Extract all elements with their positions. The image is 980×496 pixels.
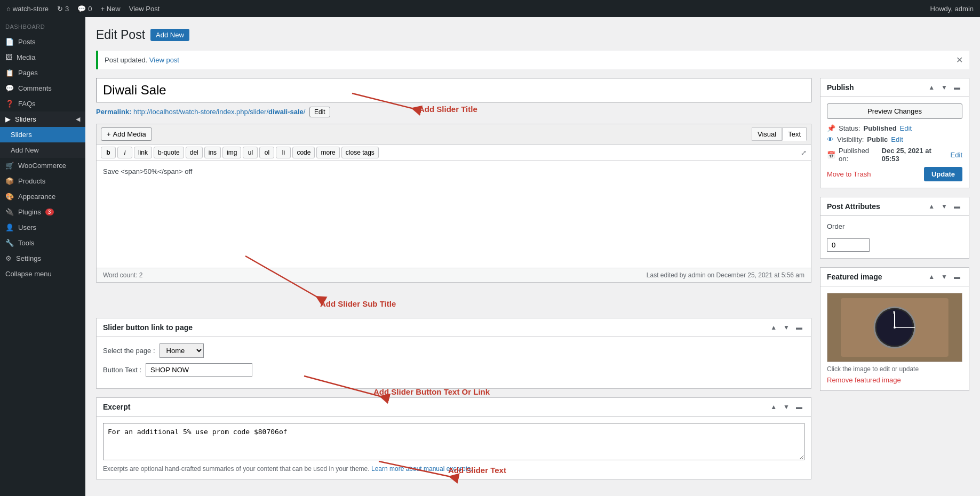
sidebar-item-posts[interactable]: 📄 Posts [0,34,85,50]
publish-collapse-close[interactable]: ▬ [952,83,962,92]
featured-image-down[interactable]: ▼ [939,272,950,282]
notice-close-button[interactable]: ✕ [956,55,963,65]
editor-footer: Word count: 2 Last edited by admin on De… [97,268,811,282]
svg-rect-15 [893,311,894,314]
button-text-input[interactable] [146,363,252,377]
main-content: Edit Post Add New Post updated. View pos… [85,17,980,496]
featured-image-title: Featured image [827,273,882,281]
preview-changes-button[interactable]: Preview Changes [827,103,962,119]
excerpt-collapse-up[interactable]: ▲ [768,402,779,412]
update-button[interactable]: Update [924,167,962,181]
visibility-row: 👁 Visibility: Public Edit [827,135,962,143]
post-attributes-header[interactable]: Post Attributes ▲ ▼ ▬ [820,197,969,216]
format-more-btn[interactable]: more [316,147,339,158]
svg-text:Add Slider Text: Add Slider Text [448,466,506,475]
sidebar-item-comments[interactable]: 💬 Comments [0,81,85,96]
sidebar-item-plugins[interactable]: 🔌 Plugins 3 [0,204,85,220]
updates-link[interactable]: ↻ 3 [57,5,69,13]
sidebar-item-pages[interactable]: 📋 Pages [0,65,85,81]
editor-area: + Add Media Visual Text b i [96,124,811,283]
format-link-btn[interactable]: link [134,147,152,158]
view-post-link[interactable]: View Post [129,5,160,13]
order-input[interactable] [827,238,870,252]
sidebar-sub-sliders-add[interactable]: Add New [0,142,85,158]
format-bquote-btn[interactable]: b-quote [154,147,184,158]
comments-link[interactable]: 💬 0 [77,5,92,13]
publish-box-header[interactable]: Publish ▲ ▼ ▬ [820,78,969,97]
svg-text:Add Slider Button Text Or Link: Add Slider Button Text Or Link [373,387,490,396]
sidebar-item-woocommerce[interactable]: 🛒 WooCommerce [0,158,85,173]
editor-content-area[interactable]: Save <span>50%</span> off [97,161,811,268]
last-edited-info: Last edited by admin on December 25, 202… [647,271,804,279]
sidebar-sub-sliders-all[interactable]: Sliders [0,127,85,142]
status-edit-link[interactable]: Edit [900,124,912,132]
order-label: Order [827,222,844,230]
publish-box-title: Publish [827,83,854,92]
format-ul-btn[interactable]: ul [243,147,258,158]
slider-button-collapse-down[interactable]: ▼ [781,323,792,332]
slider-button-collapse-up[interactable]: ▲ [768,323,779,332]
pages-icon: 📋 [5,69,14,77]
published-value: Dec 25, 2021 at 05:53 [882,147,947,163]
post-attributes-down[interactable]: ▼ [939,202,950,211]
format-closetags-btn[interactable]: close tags [341,147,379,158]
users-icon: 👤 [5,223,14,231]
permalink-link[interactable]: http://localhost/watch-store/index.php/s… [133,108,307,116]
post-attributes-title: Post Attributes [827,202,880,211]
post-attributes-close[interactable]: ▬ [952,202,962,211]
excerpt-collapse-down[interactable]: ▼ [781,402,792,412]
visibility-edit-link[interactable]: Edit [891,135,903,143]
sidebar-item-products[interactable]: 📦 Products [0,173,85,189]
sidebar-item-faqs[interactable]: ❓ FAQs [0,96,85,111]
text-tab[interactable]: Text [782,127,807,141]
post-attributes-controls: ▲ ▼ ▬ [926,202,962,211]
select-page-dropdown[interactable]: Home About Contact Shop [160,343,204,358]
format-ins-btn[interactable]: ins [204,147,221,158]
format-li-btn[interactable]: li [276,147,291,158]
featured-image-up[interactable]: ▲ [926,272,937,282]
woocommerce-icon: 🛒 [5,162,14,170]
publish-collapse-up[interactable]: ▲ [926,83,937,92]
publish-collapse-down[interactable]: ▼ [939,83,950,92]
add-new-button[interactable]: Add New [150,29,189,41]
editor-toolbar: + Add Media Visual Text [97,124,811,145]
collapse-menu-item[interactable]: Collapse menu [0,266,85,282]
format-b-btn[interactable]: b [101,147,116,158]
featured-image-header[interactable]: Featured image ▲ ▼ ▬ [820,268,969,286]
add-media-button[interactable]: + Add Media [101,127,152,141]
publish-actions: Move to Trash Update [827,167,962,181]
permalink-label: Permalink: [96,108,131,116]
sidebar-item-sliders[interactable]: ▶ Sliders ◀ [0,111,85,127]
move-to-trash-link[interactable]: Move to Trash [827,170,871,178]
edit-main: Add Slider Title Permalink: http://local… [96,78,811,488]
new-content-link[interactable]: + New [101,5,121,13]
site-name[interactable]: ⌂ watch-store [6,5,49,13]
slider-button-collapse-close[interactable]: ▬ [794,323,804,332]
view-post-notice-link[interactable]: View post [149,56,179,64]
update-notice: Post updated. View post ✕ [96,51,969,69]
sidebar-item-settings[interactable]: ⚙ Settings [0,251,85,266]
format-img-btn[interactable]: img [222,147,241,158]
format-ol-btn[interactable]: ol [259,147,274,158]
sidebar-item-appearance[interactable]: 🎨 Appearance [0,189,85,204]
featured-image-preview[interactable] [827,293,962,362]
featured-image-close[interactable]: ▬ [952,272,962,282]
sidebar-item-media[interactable]: 🖼 Media [0,50,85,65]
format-del-btn[interactable]: del [186,147,203,158]
sidebar-item-users[interactable]: 👤 Users [0,220,85,235]
post-attributes-box: Post Attributes ▲ ▼ ▬ Order [820,197,969,259]
visual-tab[interactable]: Visual [752,127,782,141]
excerpt-collapse-close[interactable]: ▬ [794,402,804,412]
visibility-icon: 👁 [827,135,834,143]
remove-featured-image-link[interactable]: Remove featured image [827,376,901,384]
editor-text-content: Save <span>50%</span> off [103,167,192,175]
sidebar-item-tools[interactable]: 🔧 Tools [0,235,85,251]
format-code-btn[interactable]: code [292,147,315,158]
howdy-label: Howdy, admin [930,5,974,13]
published-edit-link[interactable]: Edit [951,151,962,159]
post-attributes-up[interactable]: ▲ [926,202,937,211]
format-i-btn[interactable]: i [117,147,132,158]
status-pin-icon: 📌 [827,124,835,132]
fullscreen-icon[interactable]: ⤢ [801,149,807,157]
visibility-value: Public [867,135,888,143]
